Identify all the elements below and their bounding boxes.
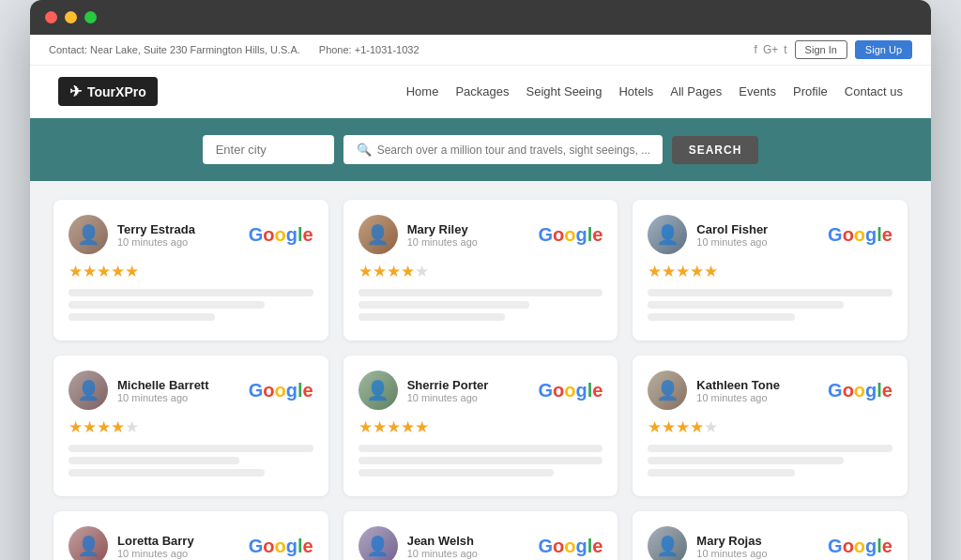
google-icon: Google bbox=[538, 225, 603, 244]
reviewer-time: 10 minutes ago bbox=[407, 236, 478, 248]
reviewer-name: Loretta Barry bbox=[117, 534, 194, 548]
avatar: 👤 bbox=[358, 215, 398, 254]
signup-button[interactable]: Sign Up bbox=[855, 40, 912, 59]
search-button[interactable]: SEARCH bbox=[672, 136, 759, 164]
card-header: 👤 Michelle Barrett 10 minutes ago Google bbox=[69, 371, 313, 410]
minimize-icon[interactable] bbox=[65, 11, 77, 23]
reviewer-time: 10 minutes ago bbox=[696, 392, 780, 403]
google-icon: Google bbox=[538, 537, 603, 555]
reviewer-info: 👤 Michelle Barrett 10 minutes ago bbox=[69, 371, 209, 410]
info-bar: Contact: Near Lake, Suite 230 Farmington… bbox=[30, 35, 931, 66]
reviewer-name: Kathleen Tone bbox=[696, 378, 780, 392]
search-input[interactable] bbox=[377, 144, 649, 157]
nav-bar: ✈ TourXPro Home Packages Seight Seeing H… bbox=[30, 66, 931, 118]
nav-packages[interactable]: Packages bbox=[455, 84, 509, 98]
skeleton-line bbox=[358, 301, 529, 309]
reviewer-name: Mary Riley bbox=[407, 222, 478, 236]
reviewer-name: Mary Rojas bbox=[696, 534, 767, 548]
google-icon: Google bbox=[828, 225, 892, 244]
skeleton-line bbox=[69, 289, 313, 296]
star-rating: ★★★★★ bbox=[358, 262, 603, 281]
reviewer-time: 10 minutes ago bbox=[117, 236, 195, 248]
review-card: 👤 Michelle Barrett 10 minutes ago Google… bbox=[53, 356, 328, 496]
reviewer-name: Jean Welsh bbox=[407, 534, 478, 548]
avatar: 👤 bbox=[69, 526, 108, 560]
star-rating: ★★★★★ bbox=[358, 417, 603, 437]
reviewer-time: 10 minutes ago bbox=[117, 548, 194, 559]
star-rating: ★★★★★ bbox=[648, 417, 892, 437]
browser-chrome bbox=[30, 0, 931, 35]
skeleton-line bbox=[69, 469, 265, 477]
search-input-wrap: 🔍 bbox=[343, 135, 663, 164]
social-icons: f G+ t bbox=[755, 43, 787, 56]
reviewer-info: 👤 Mary Riley 10 minutes ago bbox=[358, 215, 478, 254]
google-icon: Google bbox=[538, 381, 603, 400]
card-header: 👤 Sherrie Porter 10 minutes ago Google bbox=[358, 371, 603, 410]
reviewer-time: 10 minutes ago bbox=[696, 236, 768, 248]
nav-events[interactable]: Events bbox=[739, 84, 776, 98]
avatar: 👤 bbox=[648, 526, 687, 560]
review-card: 👤 Sherrie Porter 10 minutes ago Google ★… bbox=[343, 356, 618, 496]
reviewer-info: 👤 Loretta Barry 10 minutes ago bbox=[69, 526, 194, 560]
card-header: 👤 Mary Riley 10 minutes ago Google bbox=[358, 215, 603, 254]
card-header: 👤 Carol Fisher 10 minutes ago Google bbox=[648, 215, 892, 254]
reviewer-time: 10 minutes ago bbox=[407, 548, 478, 559]
nav-contact[interactable]: Contact us bbox=[845, 84, 903, 98]
nav-hotels[interactable]: Hotels bbox=[618, 84, 653, 98]
skeleton-line bbox=[648, 469, 794, 477]
logo-text: TourXPro bbox=[87, 84, 146, 99]
signin-button[interactable]: Sign In bbox=[795, 40, 847, 59]
search-bar: 🔍 SEARCH bbox=[30, 118, 931, 181]
reviewer-time: 10 minutes ago bbox=[407, 392, 489, 403]
card-header: 👤 Jean Welsh 10 minutes ago Google bbox=[358, 526, 603, 560]
browser-window: Contact: Near Lake, Suite 230 Farmington… bbox=[30, 0, 931, 560]
skeleton-line bbox=[69, 445, 313, 452]
logo[interactable]: ✈ TourXPro bbox=[58, 77, 158, 106]
reviewer-info: 👤 Carol Fisher 10 minutes ago bbox=[648, 215, 768, 254]
review-card: 👤 Terry Estrada 10 minutes ago Google ★★… bbox=[53, 200, 328, 341]
avatar: 👤 bbox=[358, 526, 398, 560]
google-icon: Google bbox=[249, 381, 313, 400]
reviewer-info: 👤 Sherrie Porter 10 minutes ago bbox=[358, 371, 489, 410]
close-icon[interactable] bbox=[45, 11, 57, 23]
skeleton-line bbox=[648, 457, 844, 464]
skeleton-line bbox=[648, 445, 892, 452]
card-header: 👤 Kathleen Tone 10 minutes ago Google bbox=[648, 371, 892, 410]
skeleton-line bbox=[69, 457, 239, 464]
maximize-icon[interactable] bbox=[84, 11, 97, 23]
google-icon: Google bbox=[828, 381, 892, 400]
skeleton-line bbox=[648, 313, 794, 321]
reviewer-info: 👤 Kathleen Tone 10 minutes ago bbox=[648, 371, 780, 410]
avatar: 👤 bbox=[648, 215, 687, 254]
google-icon: Google bbox=[828, 537, 892, 555]
facebook-icon[interactable]: f bbox=[755, 43, 757, 56]
google-icon: Google bbox=[249, 225, 313, 244]
google-plus-icon[interactable]: G+ bbox=[763, 43, 778, 56]
skeleton-line bbox=[358, 313, 505, 321]
reviewer-info: 👤 Terry Estrada 10 minutes ago bbox=[69, 215, 195, 254]
review-card: 👤 Kathleen Tone 10 minutes ago Google ★★… bbox=[633, 356, 908, 496]
card-header: 👤 Loretta Barry 10 minutes ago Google bbox=[69, 526, 313, 560]
star-rating: ★★★★★ bbox=[648, 262, 892, 281]
review-card: 👤 Carol Fisher 10 minutes ago Google ★★★… bbox=[633, 200, 908, 341]
contact-info: Contact: Near Lake, Suite 230 Farmington… bbox=[49, 44, 300, 55]
avatar: 👤 bbox=[648, 371, 687, 410]
city-input[interactable] bbox=[203, 135, 334, 164]
avatar: 👤 bbox=[69, 215, 108, 254]
skeleton-line bbox=[358, 289, 603, 296]
nav-home[interactable]: Home bbox=[406, 84, 439, 98]
review-card: 👤 Mary Rojas 10 minutes ago Google ★★★★★ bbox=[633, 511, 908, 560]
reviewer-name: Michelle Barrett bbox=[117, 378, 209, 392]
card-header: 👤 Terry Estrada 10 minutes ago Google bbox=[69, 215, 313, 254]
nav-links: Home Packages Seight Seeing Hotels All P… bbox=[406, 84, 903, 98]
skeleton-line bbox=[69, 301, 265, 309]
reviewer-time: 10 minutes ago bbox=[117, 392, 209, 403]
nav-seight-seeing[interactable]: Seight Seeing bbox=[526, 84, 603, 98]
twitter-icon[interactable]: t bbox=[784, 43, 786, 56]
search-icon: 🔍 bbox=[357, 143, 372, 157]
avatar: 👤 bbox=[69, 371, 108, 410]
nav-all-pages[interactable]: All Pages bbox=[670, 84, 722, 98]
nav-profile[interactable]: Profile bbox=[793, 84, 828, 98]
review-card: 👤 Mary Riley 10 minutes ago Google ★★★★★ bbox=[343, 200, 618, 341]
skeleton-line bbox=[358, 445, 603, 452]
